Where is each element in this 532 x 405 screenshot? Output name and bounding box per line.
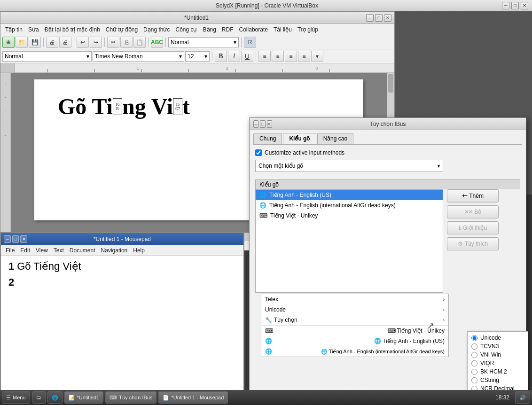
mousepad-minimize-btn[interactable]: ─ bbox=[4, 235, 11, 243]
taskbar-ibus-item[interactable]: ⌨ Tùy chọn IBus bbox=[105, 391, 156, 404]
radio-viqr-input[interactable] bbox=[471, 360, 477, 366]
open-btn[interactable]: 📁 bbox=[16, 37, 28, 48]
radio-bkhcm2[interactable]: BK HCM 2 bbox=[468, 367, 528, 376]
taskbar-files-icon[interactable]: 🗂 bbox=[32, 391, 46, 404]
submenu-unicode[interactable]: Unicode › bbox=[261, 304, 448, 315]
scrollbar-thumb[interactable] bbox=[388, 74, 393, 93]
mousepad-editor[interactable]: 1 Gõ Tiếng Việt 2 bbox=[1, 256, 243, 392]
ibus-close-btn[interactable]: ✕ bbox=[267, 120, 272, 128]
customize-checkbox[interactable] bbox=[255, 149, 262, 156]
bo-button[interactable]: ✕ ✕ Bỏ bbox=[447, 205, 499, 218]
menu-bang[interactable]: Bảng bbox=[200, 25, 219, 34]
submenu-telex[interactable]: Telex › bbox=[261, 294, 448, 304]
radio-tcvn3[interactable]: TCVN3 bbox=[468, 342, 528, 350]
radio-bkhcm2-label: BK HCM 2 bbox=[480, 368, 507, 375]
kieugu-list[interactable]: 🌐 Tiếng Anh - English (US) 🌐 Tiếng Anh -… bbox=[255, 189, 443, 293]
ibus-minimize-btn[interactable]: ─ bbox=[253, 120, 258, 128]
radio-vniwin[interactable]: VNI Win bbox=[468, 350, 528, 359]
menu-congu[interactable]: Công cụ bbox=[172, 25, 200, 34]
submenu-anh-us-icon: 🌐 bbox=[265, 338, 272, 344]
svg-text:1: 1 bbox=[137, 66, 139, 70]
menu-datlai[interactable]: Đặt lại bố trị mặc định bbox=[42, 25, 103, 34]
mousepad-menu-file[interactable]: File bbox=[3, 246, 17, 255]
align-left-btn[interactable]: ≡ bbox=[258, 51, 271, 62]
radio-cstring[interactable]: CString bbox=[468, 376, 528, 384]
mousepad-menu-edit[interactable]: Edit bbox=[17, 246, 33, 255]
tab-chung[interactable]: Chung bbox=[253, 133, 282, 144]
mousepad-close-btn[interactable]: ✕ bbox=[20, 235, 27, 243]
writer-close-btn[interactable]: ✕ bbox=[384, 14, 391, 22]
font-size-dropdown[interactable]: 12 ▾ bbox=[185, 51, 210, 62]
taskbar-writer-item[interactable]: 📝 *Untitled1 bbox=[64, 391, 104, 404]
mousepad-menu-text[interactable]: Text bbox=[51, 246, 67, 255]
mousepad-menu-navigation[interactable]: Navigation bbox=[98, 246, 131, 255]
menu-rdf[interactable]: RDF bbox=[219, 25, 236, 34]
list-item-2[interactable]: ⌨ Tiếng Việt - Unikey bbox=[256, 210, 443, 221]
print-btn[interactable]: 🖨 bbox=[59, 37, 71, 48]
submenu-viet-unikey[interactable]: ⌨ ⌨ Tiếng Việt - Unikey bbox=[261, 326, 448, 336]
paste-btn[interactable]: 📋 bbox=[133, 37, 146, 48]
menu-collaborate[interactable]: Collaborate bbox=[236, 25, 271, 34]
vbox-minimize-btn[interactable]: ─ bbox=[502, 2, 509, 9]
redo-btn[interactable]: ↪ bbox=[90, 37, 102, 48]
menu-tailieu[interactable]: Tài liệu bbox=[271, 25, 295, 34]
print-preview-btn[interactable]: 🖨 bbox=[46, 37, 58, 48]
radio-unicode[interactable]: Unicode bbox=[468, 334, 528, 342]
more-formatting-btn[interactable]: ▾ bbox=[311, 51, 323, 62]
radio-viqr[interactable]: VIQR bbox=[468, 359, 528, 367]
taskbar-menu-btn[interactable]: ☰ Menu bbox=[2, 391, 30, 404]
menu-trogiup[interactable]: Trợ giúp bbox=[295, 25, 321, 34]
mousepad-menu-view[interactable]: View bbox=[33, 246, 51, 255]
list-item-1[interactable]: 🌐 Tiếng Anh - English (international Alt… bbox=[256, 200, 443, 210]
bold-btn[interactable]: B bbox=[215, 51, 227, 62]
gioi-thieu-button[interactable]: ℹ Giới thiệu bbox=[447, 221, 499, 234]
submenu-anh-us[interactable]: 🌐 🌐 Tiếng Anh - English (US) bbox=[261, 336, 448, 346]
writer-toolbar1: ⊕ 📁 💾 🖨 🖨 ↩ ↪ ✂ ⎘ 📋 ABC Normal ▾ R bbox=[0, 35, 394, 49]
submenu-tuychon[interactable]: 🔧 Tùy chọn › bbox=[261, 315, 448, 325]
tuy-thich-button[interactable]: ⚙ Tùy thích bbox=[447, 237, 499, 250]
menu-sua[interactable]: Sửa bbox=[25, 25, 42, 34]
list-item-0[interactable]: 🌐 Tiếng Anh - English (US) bbox=[256, 190, 443, 200]
radio-unicode-input[interactable] bbox=[471, 335, 477, 341]
menu-danghue[interactable]: Dạng thức bbox=[141, 25, 172, 34]
taskbar-volume-icon[interactable]: 🔊 bbox=[515, 391, 530, 404]
vbox-maximize-btn[interactable]: □ bbox=[511, 2, 519, 9]
taskbar-mousepad-item[interactable]: 📄 *Untitled 1 - Mousepad bbox=[158, 391, 228, 404]
new-doc-btn[interactable]: ⊕ bbox=[2, 37, 15, 48]
taskbar-browser-icon[interactable]: 🌐 bbox=[47, 391, 63, 404]
font-name-dropdown[interactable]: Times New Roman ▾ bbox=[93, 51, 184, 62]
writer-minimize-btn[interactable]: ─ bbox=[366, 14, 374, 22]
paragraph-style-dropdown[interactable]: Normal ▾ bbox=[2, 51, 92, 62]
copy-btn[interactable]: ⎘ bbox=[120, 37, 133, 48]
styles-dropdown[interactable]: Normal ▾ bbox=[168, 37, 239, 47]
kieugu-dropdown[interactable]: Chọn một kiểu gõ ▾ bbox=[255, 160, 443, 172]
find-btn[interactable]: R bbox=[244, 37, 256, 48]
cut-btn[interactable]: ✂ bbox=[107, 37, 119, 48]
tab-nangcao[interactable]: Nâng cao bbox=[317, 133, 353, 144]
list-and-buttons: 🌐 Tiếng Anh - English (US) 🌐 Tiếng Anh -… bbox=[255, 189, 520, 362]
mousepad-maximize-btn[interactable]: □ bbox=[12, 235, 19, 243]
italic-btn[interactable]: I bbox=[228, 51, 240, 62]
mousepad-menu-document[interactable]: Document bbox=[67, 246, 98, 255]
ibus-maximize-btn[interactable]: □ bbox=[260, 120, 265, 128]
menu-taptin[interactable]: Tập tin bbox=[2, 25, 25, 34]
radio-tcvn3-input[interactable] bbox=[471, 343, 477, 350]
tab-kieugu[interactable]: Kiểu gõ bbox=[283, 133, 316, 144]
vbox-close-btn[interactable]: ✕ bbox=[521, 2, 528, 9]
save-btn[interactable]: 💾 bbox=[29, 37, 41, 48]
submenu-anh-altgr[interactable]: 🌐 🌐 Tiếng Anh - English (intemational Al… bbox=[261, 346, 448, 357]
menu-chutudong[interactable]: Chữ tự động bbox=[103, 25, 141, 34]
align-center-btn[interactable]: ≡ bbox=[272, 51, 284, 62]
radio-bkhcm2-input[interactable] bbox=[471, 369, 477, 375]
align-justify-btn[interactable]: ≡ bbox=[298, 51, 310, 62]
undo-btn[interactable]: ↩ bbox=[77, 37, 89, 48]
underline-btn[interactable]: U bbox=[241, 51, 253, 62]
writer-maximize-btn[interactable]: □ bbox=[375, 14, 383, 22]
mousepad-menu-help[interactable]: Help bbox=[130, 246, 148, 255]
radio-vniwin-input[interactable] bbox=[471, 352, 477, 358]
radio-cstring-input[interactable] bbox=[471, 377, 477, 383]
align-right-btn[interactable]: ≡ bbox=[285, 51, 297, 62]
spellcheck-btn[interactable]: ABC bbox=[151, 37, 163, 48]
mousepad-menubar: File Edit View Text Document Navigation … bbox=[1, 245, 243, 256]
them-button[interactable]: + + Thêm bbox=[447, 189, 499, 202]
